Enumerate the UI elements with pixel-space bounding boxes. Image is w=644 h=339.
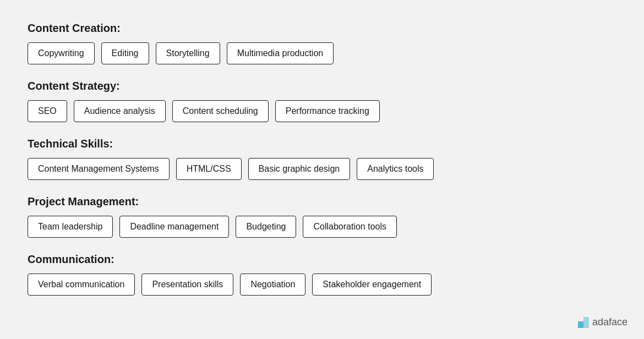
tags-row-content-creation: CopywritingEditingStorytellingMultimedia… — [28, 42, 616, 64]
section-title-project-management: Project Management: — [28, 195, 616, 208]
tag-multimedia-production: Multimedia production — [227, 42, 334, 64]
branding-footer: adaface — [578, 316, 627, 328]
section-content-creation: Content Creation:CopywritingEditingStory… — [28, 22, 616, 64]
tag-negotiation: Negotiation — [240, 274, 305, 296]
tag-analytics-tools: Analytics tools — [357, 158, 434, 180]
section-title-technical-skills: Technical Skills: — [28, 138, 616, 150]
tag-basic-graphic-design: Basic graphic design — [248, 158, 351, 180]
tag-editing: Editing — [101, 42, 149, 64]
tag-audience-analysis: Audience analysis — [74, 100, 166, 122]
tag-stakeholder-engagement: Stakeholder engagement — [312, 274, 432, 296]
section-project-management: Project Management:Team leadershipDeadli… — [28, 195, 616, 238]
tag-budgeting: Budgeting — [236, 216, 296, 238]
tag-performance-tracking: Performance tracking — [275, 100, 380, 122]
section-technical-skills: Technical Skills:Content Management Syst… — [28, 138, 616, 180]
tags-row-project-management: Team leadershipDeadline managementBudget… — [28, 216, 616, 238]
section-content-strategy: Content Strategy:SEOAudience analysisCon… — [28, 80, 616, 122]
section-title-content-strategy: Content Strategy: — [28, 80, 616, 92]
svg-rect-0 — [578, 321, 583, 328]
tag-seo: SEO — [28, 100, 67, 122]
tags-row-communication: Verbal communicationPresentation skillsN… — [28, 274, 616, 296]
brand-logo: adaface — [578, 316, 627, 328]
section-communication: Communication:Verbal communicationPresen… — [28, 253, 616, 296]
tag-collaboration-tools: Collaboration tools — [303, 216, 397, 238]
tag-content-management-systems: Content Management Systems — [28, 158, 170, 180]
tag-content-scheduling: Content scheduling — [172, 100, 269, 122]
section-title-content-creation: Content Creation: — [28, 22, 616, 35]
brand-name-text: adaface — [592, 316, 627, 328]
tags-row-content-strategy: SEOAudience analysisContent schedulingPe… — [28, 100, 616, 122]
tag-storytelling: Storytelling — [156, 42, 220, 64]
tags-row-technical-skills: Content Management SystemsHTML/CSSBasic … — [28, 158, 616, 180]
tag-html-css: HTML/CSS — [176, 158, 242, 180]
section-title-communication: Communication: — [28, 253, 616, 266]
main-container: Content Creation:CopywritingEditingStory… — [0, 0, 644, 333]
tag-verbal-communication: Verbal communication — [28, 274, 135, 296]
tag-team-leadership: Team leadership — [28, 216, 113, 238]
tag-copywriting: Copywriting — [28, 42, 95, 64]
svg-rect-1 — [583, 317, 589, 328]
tag-deadline-management: Deadline management — [119, 216, 229, 238]
tag-presentation-skills: Presentation skills — [141, 274, 233, 296]
adaface-logo-icon — [578, 317, 589, 328]
